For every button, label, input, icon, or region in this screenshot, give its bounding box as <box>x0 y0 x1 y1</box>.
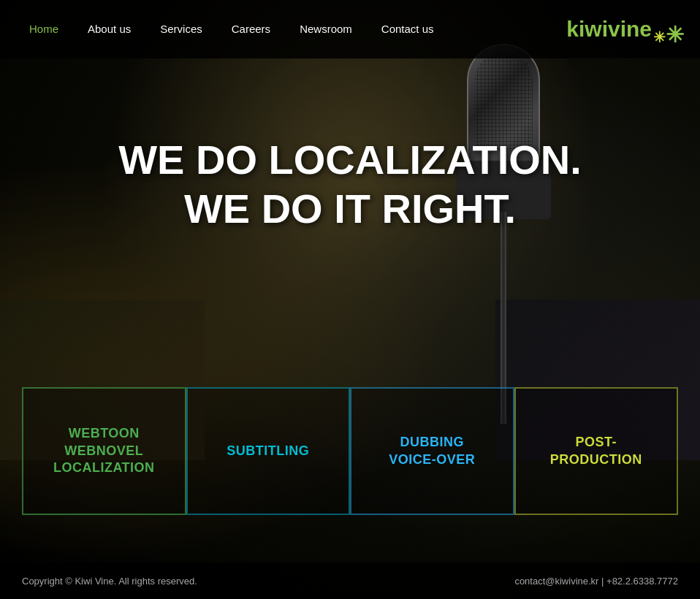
service-label-dubbing: DUBBINGVOICE-OVER <box>389 434 475 468</box>
nav-item-services[interactable]: Services <box>160 23 202 36</box>
hero-section: WE DO LOCALIZATION. WE DO IT RIGHT. <box>0 135 700 233</box>
footer: Copyright © Kiwi Vine. All rights reserv… <box>0 562 700 599</box>
service-card-webtoon[interactable]: WEBTOONWEBNOVELLOCALIZATION <box>22 387 186 515</box>
hero-line2: WE DO IT RIGHT. <box>184 186 516 232</box>
nav-item-careers[interactable]: Careers <box>232 23 270 36</box>
nav-link-home[interactable]: Home <box>29 23 58 35</box>
nav-item-contact[interactable]: Contact us <box>381 23 434 36</box>
nav-link-newsroom[interactable]: Newsroom <box>300 23 352 35</box>
footer-copyright: Copyright © Kiwi Vine. All rights reserv… <box>22 576 197 587</box>
nav-item-about[interactable]: About us <box>88 23 131 36</box>
nav-link-services[interactable]: Services <box>160 23 202 35</box>
service-card-dubbing[interactable]: DUBBINGVOICE-OVER <box>350 387 514 515</box>
nav-link-contact[interactable]: Contact us <box>381 23 434 35</box>
logo-text: kiwivine <box>566 17 652 41</box>
service-label-post-production: POST-PRODUCTION <box>550 434 642 468</box>
service-card-post-production[interactable]: POST-PRODUCTION <box>514 387 679 515</box>
main-nav: Home About us Services Careers Newsroom … <box>0 0 700 58</box>
service-label-webtoon: WEBTOONWEBNOVELLOCALIZATION <box>53 425 155 476</box>
service-card-subtitling[interactable]: SUBTITLING <box>186 387 351 515</box>
microphone-decoration <box>376 44 631 424</box>
hero-line1: WE DO LOCALIZATION. <box>118 137 582 183</box>
nav-link-about[interactable]: About us <box>88 23 131 35</box>
logo[interactable]: kiwivine✳ <box>566 17 671 42</box>
nav-link-careers[interactable]: Careers <box>232 23 270 35</box>
nav-links: Home About us Services Careers Newsroom … <box>29 23 434 36</box>
nav-item-home[interactable]: Home <box>29 23 58 36</box>
footer-contact: contact@kiwivine.kr | +82.2.6338.7772 <box>514 576 678 587</box>
hero-heading: WE DO LOCALIZATION. WE DO IT RIGHT. <box>0 135 700 233</box>
nav-item-newsroom[interactable]: Newsroom <box>300 23 352 36</box>
logo-sun-icon: ✳ <box>653 22 671 39</box>
services-row: WEBTOONWEBNOVELLOCALIZATION SUBTITLING D… <box>22 387 678 515</box>
service-label-subtitling: SUBTITLING <box>227 443 309 459</box>
